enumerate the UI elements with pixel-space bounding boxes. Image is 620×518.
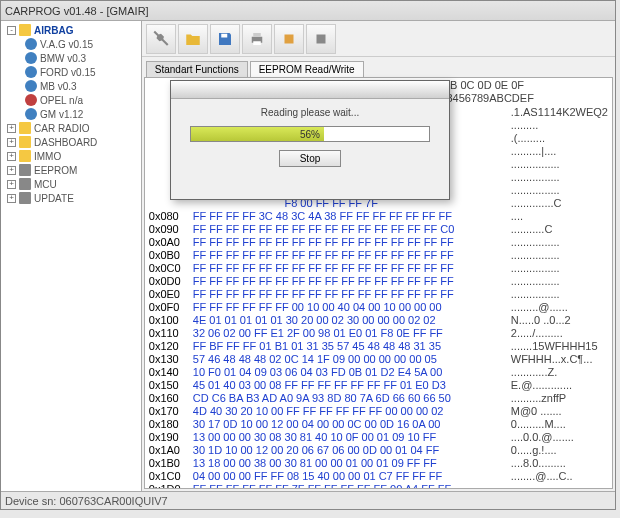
dialog-message: Reading please wait... — [261, 107, 359, 118]
chip1-icon[interactable] — [274, 24, 304, 54]
tree-item-v-a-g-v0-15[interactable]: V.A.G v0.15 — [3, 37, 139, 51]
svg-rect-4 — [284, 34, 293, 43]
expand-icon[interactable]: + — [7, 138, 16, 147]
hex-row: 0x11032 06 02 00 FF E1 2F 00 98 01 E0 01… — [149, 327, 608, 340]
tree-item-eeprom[interactable]: +EEPROM — [3, 163, 139, 177]
tab-standart-functions[interactable]: Standart Functions — [146, 61, 248, 77]
svg-rect-0 — [221, 33, 227, 37]
hex-row: 0x0B0FF FF FF FF FF FF FF FF FF FF FF FF… — [149, 249, 608, 262]
hex-row: 0x18030 17 0D 10 00 12 00 04 00 00 0C 00… — [149, 418, 608, 431]
window-title: CARPROG v01.48 - [GMAIR] — [5, 5, 149, 17]
tree-item-opel-n-a[interactable]: OPEL n/a — [3, 93, 139, 107]
save-icon[interactable] — [210, 24, 240, 54]
hex-row: 0x090FF FF FF FF FF FF FF FF FF FF FF FF… — [149, 223, 608, 236]
tree-label: FORD v0.15 — [40, 67, 96, 78]
tree-item-mb-v0-3[interactable]: MB v0.3 — [3, 79, 139, 93]
stop-button[interactable]: Stop — [279, 150, 342, 167]
hex-row: 0x120FF BF FF FF 01 B1 01 31 35 57 45 48… — [149, 340, 608, 353]
chip-icon — [19, 178, 31, 190]
hex-row: 0x1004E 01 01 01 01 01 30 20 00 02 30 00… — [149, 314, 608, 327]
statusbar: Device sn: 060763CAR00IQUIV7 — [1, 491, 615, 509]
dot-b-icon — [25, 80, 37, 92]
tree-label: UPDATE — [34, 193, 74, 204]
folder-y-icon — [19, 24, 31, 36]
sidebar-tree[interactable]: -AIRBAGV.A.G v0.15BMW v0.3FORD v0.15MB v… — [1, 21, 142, 491]
tree-label: MCU — [34, 179, 57, 190]
dot-b-icon — [25, 108, 37, 120]
hex-row: 0x160CD C6 BA B3 AD A0 9A 93 8D 80 7A 6D… — [149, 392, 608, 405]
hex-row: 0x0F0FF FF FF FF FF FF 00 10 00 40 04 00… — [149, 301, 608, 314]
titlebar[interactable]: CARPROG v01.48 - [GMAIR] — [1, 1, 615, 21]
svg-rect-2 — [253, 33, 261, 37]
tree-item-gm-v1-12[interactable]: GM v1.12 — [3, 107, 139, 121]
dot-r-icon — [25, 94, 37, 106]
expand-icon[interactable]: - — [7, 26, 16, 35]
hex-row: 0x1D0FF FF FF FF FF FF 7F FF FF FF FF FF… — [149, 483, 608, 489]
hex-row: 0x1B013 18 00 00 38 00 30 81 00 00 01 00… — [149, 457, 608, 470]
tab-bar: Standart FunctionsEEPROM Read/Write — [142, 57, 615, 77]
toolbar — [142, 21, 615, 57]
folder-y-icon — [19, 136, 31, 148]
folder-y-icon — [19, 150, 31, 162]
dot-b-icon — [25, 52, 37, 64]
expand-icon[interactable]: + — [7, 124, 16, 133]
tree-label: V.A.G v0.15 — [40, 39, 93, 50]
tree-item-dashboard[interactable]: +DASHBOARD — [3, 135, 139, 149]
dot-b-icon — [25, 38, 37, 50]
chip-icon — [19, 192, 31, 204]
tree-label: DASHBOARD — [34, 137, 97, 148]
tree-label: BMW v0.3 — [40, 53, 86, 64]
expand-icon[interactable]: + — [7, 180, 16, 189]
hex-header: 0A 0B 0C 0D 0E 0F 0123456789ABCDEF — [428, 79, 608, 105]
tab-eeprom-read-write[interactable]: EEPROM Read/Write — [250, 61, 364, 77]
tree-label: MB v0.3 — [40, 81, 77, 92]
tree-item-immo[interactable]: +IMMO — [3, 149, 139, 163]
progress-dialog: Reading please wait... 56% Stop — [170, 80, 450, 200]
app-window: CARPROG v01.48 - [GMAIR] -AIRBAGV.A.G v0… — [0, 0, 616, 510]
progress-bar: 56% — [190, 126, 430, 142]
svg-rect-3 — [253, 41, 261, 45]
hex-row: 0x19013 00 00 00 30 08 30 81 40 10 0F 00… — [149, 431, 608, 444]
tree-label: EEPROM — [34, 165, 77, 176]
folder-y-icon — [19, 122, 31, 134]
tree-item-car-radio[interactable]: +CAR RADIO — [3, 121, 139, 135]
tools-icon[interactable] — [146, 24, 176, 54]
tree-label: CAR RADIO — [34, 123, 90, 134]
hex-row: 0x1A030 1D 10 00 12 00 20 06 67 06 00 0D… — [149, 444, 608, 457]
hex-row: 0x0D0FF FF FF FF FF FF FF FF FF FF FF FF… — [149, 275, 608, 288]
hex-row: 0x13057 46 48 48 48 02 0C 14 1F 09 00 00… — [149, 353, 608, 366]
tree-item-ford-v0-15[interactable]: FORD v0.15 — [3, 65, 139, 79]
tree-label: OPEL n/a — [40, 95, 83, 106]
hex-row: 0x15045 01 40 03 00 08 FF FF FF FF FF FF… — [149, 379, 608, 392]
svg-rect-5 — [316, 34, 325, 43]
expand-icon[interactable]: + — [7, 152, 16, 161]
print-icon[interactable] — [242, 24, 272, 54]
device-sn: Device sn: 060763CAR00IQUIV7 — [5, 495, 168, 507]
progress-text: 56% — [191, 127, 429, 143]
hex-row: 0x1704D 40 30 20 10 00 FF FF FF FF FF FF… — [149, 405, 608, 418]
dialog-titlebar[interactable] — [171, 81, 449, 99]
hex-row: 0x080FF FF FF FF 3C 48 3C 4A 38 FF FF FF… — [149, 210, 608, 223]
tree-label: AIRBAG — [34, 25, 73, 36]
tree-item-mcu[interactable]: +MCU — [3, 177, 139, 191]
hex-row: 0x0A0FF FF FF FF FF FF FF FF FF FF FF FF… — [149, 236, 608, 249]
hex-row: 0x0C0FF FF FF FF FF FF FF FF FF FF FF FF… — [149, 262, 608, 275]
tree-item-airbag[interactable]: -AIRBAG — [3, 23, 139, 37]
tree-label: IMMO — [34, 151, 61, 162]
open-icon[interactable] — [178, 24, 208, 54]
hex-row: 0x1C004 00 00 00 FF FF 08 15 40 00 00 01… — [149, 470, 608, 483]
expand-icon[interactable]: + — [7, 194, 16, 203]
expand-icon[interactable]: + — [7, 166, 16, 175]
chip-icon — [19, 164, 31, 176]
hex-row: 0x14010 F0 01 04 09 03 06 04 03 FD 0B 01… — [149, 366, 608, 379]
tree-item-update[interactable]: +UPDATE — [3, 191, 139, 205]
hex-row: 0x0E0FF FF FF FF FF FF FF FF FF FF FF FF… — [149, 288, 608, 301]
tree-item-bmw-v0-3[interactable]: BMW v0.3 — [3, 51, 139, 65]
chip2-icon[interactable] — [306, 24, 336, 54]
tree-label: GM v1.12 — [40, 109, 83, 120]
dot-b-icon — [25, 66, 37, 78]
